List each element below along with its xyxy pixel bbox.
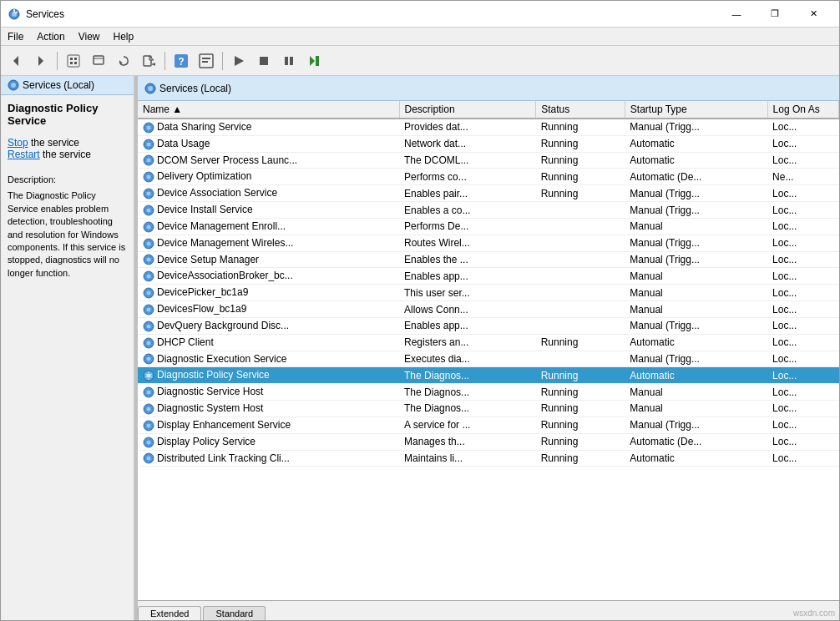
cell-status: Running: [536, 450, 625, 467]
svg-text:?: ?: [178, 56, 184, 68]
toolbar-stop[interactable]: [252, 50, 276, 72]
toolbar-console[interactable]: [195, 50, 218, 72]
table-row[interactable]: Distributed Link Tracking Cli... Maintai…: [138, 450, 839, 467]
table-row[interactable]: DHCP Client Registers an... Running Auto…: [138, 334, 839, 351]
cell-logon: Loc...: [767, 351, 838, 367]
cell-status: Running: [536, 152, 625, 169]
table-row[interactable]: Device Management Enroll... Performs De.…: [138, 218, 839, 235]
table-row[interactable]: Device Management Wireles... Routes Wire…: [138, 235, 839, 251]
cell-status: Running: [536, 417, 625, 433]
col-header-logon[interactable]: Log On As: [767, 101, 838, 119]
menu-view[interactable]: View: [72, 29, 107, 44]
svg-rect-8: [74, 58, 77, 60]
toolbar-help[interactable]: ?: [170, 50, 193, 72]
cell-name: Diagnostic Execution Service: [138, 351, 399, 367]
table-body: Data Sharing Service Provides dat... Run…: [138, 119, 839, 467]
svg-point-40: [147, 175, 151, 179]
cell-status: [536, 317, 625, 334]
sidebar-restart-link[interactable]: Restart: [8, 149, 40, 160]
svg-point-54: [147, 291, 151, 295]
col-header-status[interactable]: Status: [536, 101, 625, 119]
tab-extended[interactable]: Extended: [138, 606, 201, 620]
toolbar-back[interactable]: [4, 50, 28, 72]
cell-desc: A service for ...: [399, 417, 536, 433]
toolbar-forward[interactable]: [29, 50, 53, 72]
cell-desc: Enables app...: [399, 317, 536, 334]
table-row[interactable]: Diagnostic Execution Service Executes di…: [138, 351, 839, 367]
table-row[interactable]: Diagnostic Service Host The Diagnos... R…: [138, 384, 839, 401]
cell-desc: Manages th...: [399, 433, 536, 450]
restore-button[interactable]: ❐: [756, 1, 794, 28]
toolbar-pause[interactable]: [277, 50, 301, 72]
svg-point-66: [147, 391, 151, 395]
minimize-button[interactable]: —: [717, 1, 756, 28]
cell-startup: Manual: [625, 218, 767, 235]
cell-startup: Manual (Trigg...: [625, 417, 767, 433]
sidebar-stop-link[interactable]: Stop: [8, 137, 28, 149]
toolbar-sep-3: [222, 52, 223, 70]
sidebar-icon: [8, 79, 19, 91]
tab-standard[interactable]: Standard: [203, 606, 266, 620]
table-row[interactable]: Device Association Service Enables pair.…: [138, 185, 839, 202]
svg-point-32: [148, 86, 153, 91]
sidebar-content: Diagnostic Policy Service Stop the servi…: [1, 95, 134, 620]
cell-startup: Manual (Trigg...: [625, 185, 767, 202]
main-content: Services (Local) Diagnostic Policy Servi…: [1, 76, 839, 620]
cell-name: DHCP Client: [138, 334, 399, 351]
table-row[interactable]: DevQuery Background Disc... Enables app.…: [138, 317, 839, 334]
table-row[interactable]: Display Enhancement Service A service fo…: [138, 417, 839, 433]
cell-logon: Loc...: [767, 202, 838, 219]
table-row[interactable]: Diagnostic System Host The Diagnos... Ru…: [138, 401, 839, 417]
title-bar: Services — ❐ ✕: [1, 1, 839, 28]
toolbar-btn2[interactable]: [87, 50, 110, 72]
cell-logon: Loc...: [767, 119, 838, 135]
cell-desc: Enables a co...: [399, 202, 536, 219]
table-header-row: Name ▲ Description Status Startup Type L…: [138, 101, 839, 119]
svg-point-68: [147, 406, 151, 411]
sidebar-description-container: Description: The Diagnostic Policy Servi…: [8, 174, 127, 280]
col-header-startup[interactable]: Startup Type: [625, 101, 767, 119]
services-table-container[interactable]: Name ▲ Description Status Startup Type L…: [138, 101, 839, 600]
table-row[interactable]: Delivery Optimization Performs co... Run…: [138, 169, 839, 185]
svg-marker-23: [235, 56, 244, 66]
table-row[interactable]: Data Usage Network dat... Running Automa…: [138, 135, 839, 152]
cell-logon: Loc...: [767, 135, 838, 152]
cell-name: DCOM Server Process Launc...: [138, 152, 399, 169]
col-header-desc[interactable]: Description: [399, 101, 536, 119]
toolbar-export[interactable]: [137, 50, 160, 72]
table-row[interactable]: Device Install Service Enables a co... M…: [138, 202, 839, 219]
close-button[interactable]: ✕: [794, 1, 832, 28]
cell-status: Running: [536, 384, 625, 401]
cell-startup: Manual (Trigg...: [625, 235, 767, 251]
table-row[interactable]: Diagnostic Policy Service The Diagnos...…: [138, 367, 839, 384]
table-row[interactable]: Device Setup Manager Enables the ... Man…: [138, 251, 839, 268]
cell-name: DevicePicker_bc1a9: [138, 285, 399, 301]
cell-startup: Manual (Trigg...: [625, 351, 767, 367]
table-row[interactable]: DeviceAssociationBroker_bc... Enables ap…: [138, 268, 839, 285]
svg-point-70: [147, 423, 151, 427]
table-row[interactable]: DCOM Server Process Launc... The DCOML..…: [138, 152, 839, 169]
svg-point-52: [147, 275, 151, 279]
toolbar-up[interactable]: [62, 50, 85, 72]
svg-rect-28: [316, 56, 319, 66]
cell-desc: Maintains li...: [399, 450, 536, 467]
toolbar-restart[interactable]: [302, 50, 326, 72]
cell-desc: Routes Wirel...: [399, 235, 536, 251]
watermark: wsxdn.com: [793, 608, 835, 618]
table-row[interactable]: Data Sharing Service Provides dat... Run…: [138, 119, 839, 135]
menu-help[interactable]: Help: [107, 29, 141, 44]
svg-point-50: [147, 258, 151, 262]
menu-action[interactable]: Action: [30, 29, 71, 44]
cell-name: Delivery Optimization: [138, 169, 399, 185]
toolbar-refresh[interactable]: [112, 50, 135, 72]
cell-logon: Loc...: [767, 218, 838, 235]
svg-rect-21: [202, 58, 210, 59]
menu-file[interactable]: File: [1, 29, 30, 44]
table-row[interactable]: Display Policy Service Manages th... Run…: [138, 433, 839, 450]
table-row[interactable]: DevicesFlow_bc1a9 Allows Conn... Manual …: [138, 301, 839, 318]
svg-point-36: [147, 142, 151, 146]
table-row[interactable]: DevicePicker_bc1a9 This user ser... Manu…: [138, 285, 839, 301]
toolbar-play[interactable]: [227, 50, 250, 72]
svg-rect-7: [70, 58, 73, 60]
col-header-name[interactable]: Name ▲: [138, 101, 399, 119]
